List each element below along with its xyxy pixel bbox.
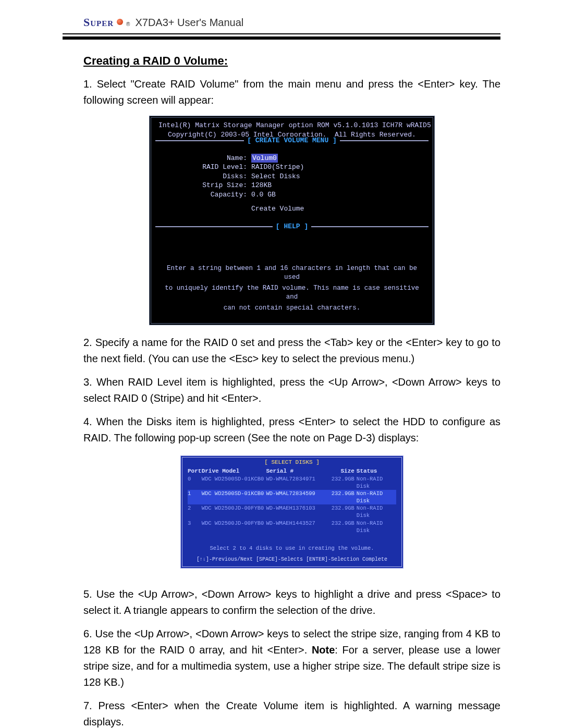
select-disks-footer: [↑↓]-Previous/Next [SPACE]-Selects [ENTE… [182,556,401,563]
manual-page: Super ® X7DA3+ User's Manual Creating a … [0,0,563,728]
col-serial: Serial # [266,467,324,475]
bios-title-1: Intel(R) Matrix Storage Manager option R… [151,121,433,130]
bios-row-disks: Disks: Select Disks [158,172,425,181]
cell-port: 3 [188,520,202,534]
step-3: 3. When RAID Level item is highlighted, … [83,374,500,406]
bios-form: Name: Volum0 RAID Level: RAID0(Stripe) D… [151,152,433,216]
select-disks-row: 0WDC WD2500SD-01KCB0WD-WMAL72834971232.9… [188,475,396,490]
col-port: Port [188,467,202,475]
bios-level-value: RAID0(Stripe) [251,163,304,172]
cell-model: WDC WD2500JD-00FYB0 [202,520,266,534]
cell-size: 232.9GB [325,504,357,519]
select-disks-rows: 0WDC WD2500SD-01KCB0WD-WMAL72834971232.9… [188,475,396,534]
cell-serial: WD-WMAL72834971 [266,475,324,490]
header-rule-thick [63,36,500,40]
bios-help-line-1: Enter a string between 1 and 16 characte… [151,263,433,283]
cell-model: WDC WD2500SD-01KCB0 [202,490,266,504]
select-disks-header-row: Port Drive Model Serial # Size Status [188,467,396,475]
cell-status: Non-RAID Disk [357,504,396,519]
bios-create-volume-action: Create Volume [251,204,304,214]
step-4: 4. When the Disks item is highlighted, p… [83,414,500,446]
bios-name-label: Name: [158,154,251,163]
bios-strip-value: 128KB [251,181,272,190]
step-6: 6. Use the <Up Arrow>, <Down Arrow> keys… [83,626,500,690]
bios-capacity-value: 0.0 GB [251,190,276,200]
bios-help-line-3: can not contain special characters. [151,303,433,314]
step-6-note-label: Note [312,644,335,656]
bios-help-label: [ HELP ] [273,223,311,230]
step-7: 7. Press <Enter> when the Create Volume … [83,698,500,728]
step-1: 1. Select "Create RAID Volume" from the … [83,76,500,108]
cell-size: 232.9GB [325,490,357,504]
cell-port: 2 [188,504,202,519]
registered-mark: ® [126,21,130,27]
cell-size: 232.9GB [325,475,357,490]
select-disks-body: Port Drive Model Serial # Size Status 0W… [182,466,401,553]
cell-status: Non-RAID Disk [357,520,396,534]
select-disks-instruction: Select 2 to 4 disks to use in creating t… [188,545,396,552]
running-header: Super ® X7DA3+ User's Manual [83,16,500,29]
select-disks-row: 3WDC WD2500JD-00FYB0WD-WMAEH1443527232.9… [188,520,396,534]
col-size: Size [325,467,357,475]
manual-title: X7DA3+ User's Manual [135,17,243,29]
section-heading: Creating a RAID 0 Volume: [83,54,500,68]
brand-dot-icon [117,19,123,25]
select-disks-row: 1WDC WD2500SD-01KCB0WD-WMAL72834599232.9… [188,490,396,504]
bios-disks-value: Select Disks [251,172,300,181]
bios-row-strip: Strip Size: 128KB [158,181,425,190]
select-disks-screenshot: [ SELECT DISKS ] Port Drive Model Serial… [180,455,403,569]
content-area: Creating a RAID 0 Volume: 1. Select "Cre… [83,54,500,728]
select-disks-titlebar: [ SELECT DISKS ] [182,459,401,466]
bios-row-name: Name: Volum0 [158,154,425,163]
step-5: 5. Use the <Up Arrow>, <Down Arrow> keys… [83,586,500,619]
col-status: Status [357,467,396,475]
bios-name-value: Volum0 [251,154,278,163]
select-disks-title: [ SELECT DISKS ] [262,459,322,465]
cell-port: 1 [188,490,202,504]
select-disks-screenshot-wrap: [ SELECT DISKS ] Port Drive Model Serial… [83,453,500,577]
bios-screenshot-wrap: Intel(R) Matrix Storage Manager option R… [83,116,500,325]
select-disks-row: 2WDC WD2500JD-00FYB0WD-WMAEH1376103232.9… [188,504,396,519]
bios-row-capacity: Capacity: 0.0 GB [158,190,425,200]
cell-serial: WD-WMAEH1376103 [266,504,324,519]
cell-port: 0 [188,475,202,490]
cell-status: Non-RAID Disk [357,490,396,504]
bios-help-divider: [ HELP ] [155,226,429,237]
brand-word: Super [83,16,114,29]
bios-menu-label: [ CREATE VOLUME MENU ] [244,137,340,144]
bios-row-action: Create Volume [158,204,425,214]
bios-capacity-label: Capacity: [158,190,251,200]
cell-serial: WD-WMAL72834599 [266,490,324,504]
bios-strip-label: Strip Size: [158,181,251,190]
bios-disks-label: Disks: [158,172,251,181]
cell-size: 232.9GB [325,520,357,534]
cell-serial: WD-WMAEH1443527 [266,520,324,534]
bios-row-level: RAID Level: RAID0(Stripe) [158,163,425,172]
step-2: 2. Specify a name for the RAID 0 set and… [83,335,500,367]
bios-create-volume-screenshot: Intel(R) Matrix Storage Manager option R… [149,116,435,325]
header-rule-thin [63,33,500,34]
cell-model: WDC WD2500JD-00FYB0 [202,504,266,519]
bios-menu-divider: [ CREATE VOLUME MENU ] [155,140,429,151]
col-model: Drive Model [202,467,266,475]
bios-gap [151,237,433,263]
cell-status: Non-RAID Disk [357,475,396,490]
bios-help-line-2: to uniquely identify the RAID volume. Th… [151,283,433,303]
bios-level-label: RAID Level: [158,163,251,172]
cell-model: WDC WD2500SD-01KCB0 [202,475,266,490]
